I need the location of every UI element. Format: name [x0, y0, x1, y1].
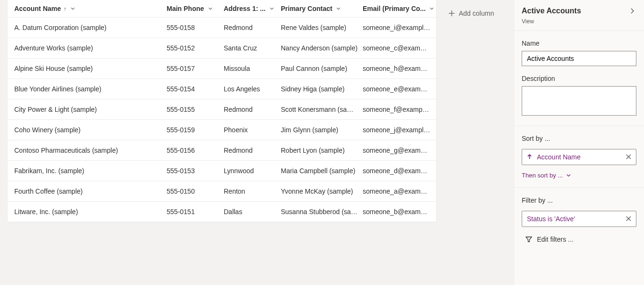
panel-title: Active Accounts	[522, 7, 581, 15]
column-header-main-phone[interactable]: Main Phone	[167, 5, 224, 12]
cell-address: Redmond	[224, 147, 281, 154]
chevron-right-icon	[629, 8, 635, 14]
cell-email: someone_a@example.com	[363, 187, 434, 195]
column-label: Address 1: ...	[224, 5, 266, 12]
cell-primary-contact: Paul Cannon (sample)	[281, 65, 363, 72]
cell-account-name: Contoso Pharmaceuticals (sample)	[14, 147, 167, 154]
chevron-down-icon	[208, 6, 213, 11]
cell-address: Renton	[224, 187, 281, 195]
table-row[interactable]: Contoso Pharmaceuticals (sample)555-0156…	[8, 140, 436, 161]
filter-by-title: Filter by ...	[522, 197, 636, 204]
cell-main-phone: 555-0157	[167, 65, 224, 72]
then-sort-by-link[interactable]: Then sort by ...	[522, 172, 636, 179]
cell-address: Lynnwood	[224, 167, 281, 175]
description-label: Description	[522, 75, 636, 82]
cell-address: Phoenix	[224, 126, 281, 134]
add-column-button[interactable]: Add column	[444, 7, 499, 20]
chevron-down-icon	[269, 6, 274, 11]
sort-ascending-icon	[527, 153, 532, 161]
cell-primary-contact: Maria Campbell (sample)	[281, 167, 363, 175]
cell-main-phone: 555-0156	[167, 147, 224, 154]
cell-primary-contact: Nancy Anderson (sample)	[281, 44, 363, 52]
filter-chip-label: Status is 'Active'	[527, 215, 575, 223]
cell-primary-contact: Rene Valdes (sample)	[281, 24, 363, 31]
properties-panel: Active Accounts View Name Description So…	[514, 0, 644, 285]
cell-account-name: Fabrikam, Inc. (sample)	[14, 167, 167, 175]
table-header-row: Account Name ↑ Main Phone Address 1: ...…	[8, 0, 436, 18]
column-header-primary-contact[interactable]: Primary Contact	[281, 5, 363, 12]
cell-main-phone: 555-0151	[167, 208, 224, 216]
table-row[interactable]: Fabrikam, Inc. (sample)555-0153LynnwoodM…	[8, 161, 436, 181]
cell-account-name: Litware, Inc. (sample)	[14, 208, 167, 216]
cell-email: someone_d@example.com	[363, 167, 434, 175]
chevron-down-icon	[336, 6, 341, 11]
cell-primary-contact: Sidney Higa (sample)	[281, 85, 363, 93]
cell-primary-contact: Susanna Stubberod (samp...	[281, 208, 363, 216]
table-row[interactable]: Alpine Ski House (sample)555-0157Missoul…	[8, 59, 436, 79]
name-input[interactable]	[522, 51, 636, 66]
description-input[interactable]	[522, 86, 636, 116]
cell-address: Redmond	[224, 24, 281, 31]
column-label: Account Name	[14, 5, 61, 12]
column-header-address[interactable]: Address 1: ...	[224, 5, 281, 12]
chevron-down-icon	[429, 6, 434, 11]
remove-sort-button[interactable]	[626, 153, 631, 161]
edit-filters-link[interactable]: Edit filters ...	[522, 236, 636, 243]
cell-account-name: City Power & Light (sample)	[14, 106, 167, 113]
table-row[interactable]: City Power & Light (sample)555-0155Redmo…	[8, 99, 436, 120]
cell-email: someone_b@example.com	[363, 208, 434, 216]
column-label: Primary Contact	[281, 5, 332, 12]
cell-email: someone_g@example.com	[363, 147, 434, 154]
cell-email: someone_f@example.com	[363, 106, 434, 113]
cell-account-name: A. Datum Corporation (sample)	[14, 24, 167, 31]
cell-primary-contact: Scott Konersmann (sample)	[281, 106, 363, 113]
column-header-email[interactable]: Email (Primary Co...	[363, 5, 434, 12]
cell-account-name: Alpine Ski House (sample)	[14, 65, 167, 72]
cell-address: Redmond	[224, 106, 281, 113]
table-row[interactable]: Litware, Inc. (sample)555-0151DallasSusa…	[8, 202, 436, 222]
chevron-down-icon	[70, 6, 75, 11]
cell-account-name: Blue Yonder Airlines (sample)	[14, 85, 167, 93]
cell-address: Santa Cruz	[224, 44, 281, 52]
cell-main-phone: 555-0153	[167, 167, 224, 175]
table-row[interactable]: Fourth Coffee (sample)555-0150RentonYvon…	[8, 181, 436, 202]
sort-by-title: Sort by ...	[522, 135, 636, 142]
panel-subtitle: View	[522, 18, 581, 25]
name-label: Name	[522, 39, 636, 47]
sort-ascending-icon: ↑	[64, 6, 67, 11]
cell-email: someone_c@example.com	[363, 44, 434, 52]
remove-filter-button[interactable]	[626, 215, 631, 223]
cell-address: Los Angeles	[224, 85, 281, 93]
cell-email: someone_h@example.com	[363, 65, 434, 72]
table-row[interactable]: Coho Winery (sample)555-0159PhoenixJim G…	[8, 120, 436, 140]
column-header-account-name[interactable]: Account Name ↑	[14, 5, 167, 12]
panel-section-sort: Sort by ... Account Name Then sort by ..…	[514, 126, 644, 188]
cell-account-name: Coho Winery (sample)	[14, 126, 167, 134]
cell-account-name: Adventure Works (sample)	[14, 44, 167, 52]
cell-address: Dallas	[224, 208, 281, 216]
cell-email: someone_i@example.com	[363, 24, 434, 31]
column-label: Main Phone	[167, 5, 204, 12]
cell-account-name: Fourth Coffee (sample)	[14, 187, 167, 195]
cell-primary-contact: Robert Lyon (sample)	[281, 147, 363, 154]
then-sort-label: Then sort by ...	[522, 172, 563, 179]
chevron-down-icon	[566, 173, 571, 178]
cell-main-phone: 555-0152	[167, 44, 224, 52]
cell-main-phone: 555-0159	[167, 126, 224, 134]
panel-header: Active Accounts View	[514, 0, 644, 31]
cell-email: someone_j@example.com	[363, 126, 434, 134]
edit-filters-label: Edit filters ...	[537, 236, 574, 243]
cell-main-phone: 555-0150	[167, 187, 224, 195]
cell-primary-contact: Yvonne McKay (sample)	[281, 187, 363, 195]
table-row[interactable]: A. Datum Corporation (sample)555-0158Red…	[8, 18, 436, 38]
table-row[interactable]: Adventure Works (sample)555-0152Santa Cr…	[8, 38, 436, 59]
add-column-label: Add column	[459, 10, 494, 17]
sort-chip[interactable]: Account Name	[522, 149, 636, 165]
filter-chip[interactable]: Status is 'Active'	[522, 211, 636, 227]
table-body: A. Datum Corporation (sample)555-0158Red…	[8, 18, 436, 222]
filter-icon	[525, 236, 532, 243]
expand-panel-button[interactable]	[628, 7, 636, 17]
cell-address: Missoula	[224, 65, 281, 72]
cell-email: someone_e@example.com	[363, 85, 434, 93]
table-row[interactable]: Blue Yonder Airlines (sample)555-0154Los…	[8, 79, 436, 99]
